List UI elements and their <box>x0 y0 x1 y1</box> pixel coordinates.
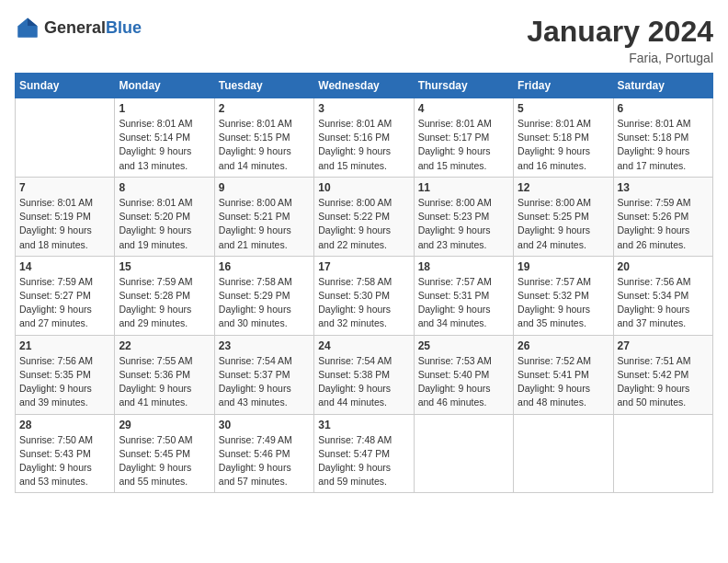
calendar-cell: 31Sunrise: 7:48 AMSunset: 5:47 PMDayligh… <box>314 414 414 493</box>
day-info: Sunrise: 8:00 AMSunset: 5:25 PMDaylight:… <box>518 196 609 252</box>
calendar-cell: 5Sunrise: 8:01 AMSunset: 5:18 PMDaylight… <box>514 98 613 178</box>
calendar-cell: 26Sunrise: 7:52 AMSunset: 5:41 PMDayligh… <box>514 335 613 414</box>
day-info: Sunrise: 7:54 AMSunset: 5:37 PMDaylight:… <box>219 354 310 410</box>
calendar-cell: 14Sunrise: 7:59 AMSunset: 5:27 PMDayligh… <box>16 256 115 335</box>
day-number: 13 <box>618 181 709 194</box>
day-number: 9 <box>219 181 310 194</box>
day-info: Sunrise: 7:56 AMSunset: 5:34 PMDaylight:… <box>618 275 709 331</box>
day-info: Sunrise: 8:01 AMSunset: 5:18 PMDaylight:… <box>518 117 609 173</box>
day-number: 24 <box>318 339 409 352</box>
day-number: 17 <box>318 260 409 273</box>
day-info: Sunrise: 8:01 AMSunset: 5:20 PMDaylight:… <box>119 196 210 252</box>
calendar-cell: 28Sunrise: 7:50 AMSunset: 5:43 PMDayligh… <box>16 414 115 493</box>
day-number: 27 <box>618 339 709 352</box>
calendar-cell: 25Sunrise: 7:53 AMSunset: 5:40 PMDayligh… <box>414 335 513 414</box>
day-info: Sunrise: 7:53 AMSunset: 5:40 PMDaylight:… <box>418 354 509 410</box>
calendar-cell: 9Sunrise: 8:00 AMSunset: 5:21 PMDaylight… <box>214 177 313 256</box>
day-info: Sunrise: 8:01 AMSunset: 5:14 PMDaylight:… <box>119 117 210 173</box>
day-number: 16 <box>219 260 310 273</box>
calendar-cell: 7Sunrise: 8:01 AMSunset: 5:19 PMDaylight… <box>16 177 115 256</box>
day-info: Sunrise: 8:00 AMSunset: 5:22 PMDaylight:… <box>318 196 409 252</box>
day-number: 23 <box>219 339 310 352</box>
day-number: 19 <box>518 260 609 273</box>
day-info: Sunrise: 8:00 AMSunset: 5:21 PMDaylight:… <box>219 196 310 252</box>
day-number: 22 <box>119 339 210 352</box>
calendar-cell: 12Sunrise: 8:00 AMSunset: 5:25 PMDayligh… <box>514 177 613 256</box>
calendar-cell: 24Sunrise: 7:54 AMSunset: 5:38 PMDayligh… <box>314 335 414 414</box>
day-header-sunday: Sunday <box>16 74 115 98</box>
logo-blue-text: Blue <box>106 18 142 37</box>
day-info: Sunrise: 8:00 AMSunset: 5:23 PMDaylight:… <box>418 196 509 252</box>
calendar-cell <box>514 414 613 493</box>
day-number: 1 <box>119 102 210 115</box>
calendar-cell: 21Sunrise: 7:56 AMSunset: 5:35 PMDayligh… <box>16 335 115 414</box>
day-number: 29 <box>119 419 210 431</box>
day-number: 26 <box>518 339 609 352</box>
day-info: Sunrise: 8:01 AMSunset: 5:17 PMDaylight:… <box>418 117 509 173</box>
day-info: Sunrise: 8:01 AMSunset: 5:18 PMDaylight:… <box>618 117 709 173</box>
day-info: Sunrise: 7:48 AMSunset: 5:47 PMDaylight:… <box>318 433 409 489</box>
location-text: Faria, Portugal <box>527 51 713 65</box>
day-info: Sunrise: 8:01 AMSunset: 5:16 PMDaylight:… <box>318 117 409 173</box>
calendar-cell: 3Sunrise: 8:01 AMSunset: 5:16 PMDaylight… <box>314 98 414 178</box>
day-number: 5 <box>518 102 609 115</box>
day-number: 15 <box>119 260 210 273</box>
logo: GeneralBlue <box>15 15 142 40</box>
calendar-cell: 16Sunrise: 7:58 AMSunset: 5:29 PMDayligh… <box>214 256 313 335</box>
month-title: January 2024 <box>527 15 713 49</box>
day-number: 12 <box>518 181 609 194</box>
day-header-wednesday: Wednesday <box>314 74 414 98</box>
day-number: 14 <box>19 260 110 273</box>
title-area: January 2024 Faria, Portugal <box>527 15 713 65</box>
day-info: Sunrise: 7:57 AMSunset: 5:32 PMDaylight:… <box>518 275 609 331</box>
day-info: Sunrise: 7:49 AMSunset: 5:46 PMDaylight:… <box>219 433 310 489</box>
day-number: 28 <box>19 419 110 431</box>
calendar-cell <box>414 414 513 493</box>
calendar-week-5: 28Sunrise: 7:50 AMSunset: 5:43 PMDayligh… <box>16 414 713 493</box>
day-info: Sunrise: 7:55 AMSunset: 5:36 PMDaylight:… <box>119 354 210 410</box>
day-number: 25 <box>418 339 509 352</box>
calendar-week-3: 14Sunrise: 7:59 AMSunset: 5:27 PMDayligh… <box>16 256 713 335</box>
calendar-cell: 1Sunrise: 8:01 AMSunset: 5:14 PMDaylight… <box>115 98 214 178</box>
day-info: Sunrise: 8:01 AMSunset: 5:15 PMDaylight:… <box>219 117 310 173</box>
day-header-saturday: Saturday <box>613 74 712 98</box>
calendar-cell: 18Sunrise: 7:57 AMSunset: 5:31 PMDayligh… <box>414 256 513 335</box>
day-info: Sunrise: 8:01 AMSunset: 5:19 PMDaylight:… <box>19 196 110 252</box>
day-number: 21 <box>19 339 110 352</box>
calendar-cell: 6Sunrise: 8:01 AMSunset: 5:18 PMDaylight… <box>613 98 712 178</box>
day-number: 10 <box>318 181 409 194</box>
calendar-cell: 19Sunrise: 7:57 AMSunset: 5:32 PMDayligh… <box>514 256 613 335</box>
calendar-week-2: 7Sunrise: 8:01 AMSunset: 5:19 PMDaylight… <box>16 177 713 256</box>
day-number: 11 <box>418 181 509 194</box>
day-header-tuesday: Tuesday <box>214 74 313 98</box>
logo-general-text: General <box>44 18 106 37</box>
days-header-row: SundayMondayTuesdayWednesdayThursdayFrid… <box>16 74 713 98</box>
day-number: 7 <box>19 181 110 194</box>
calendar-table: SundayMondayTuesdayWednesdayThursdayFrid… <box>15 73 713 493</box>
day-info: Sunrise: 7:52 AMSunset: 5:41 PMDaylight:… <box>518 354 609 410</box>
day-number: 2 <box>219 102 310 115</box>
day-info: Sunrise: 7:50 AMSunset: 5:45 PMDaylight:… <box>119 433 210 489</box>
calendar-cell: 4Sunrise: 8:01 AMSunset: 5:17 PMDaylight… <box>414 98 513 178</box>
day-info: Sunrise: 7:59 AMSunset: 5:28 PMDaylight:… <box>119 275 210 331</box>
calendar-cell: 30Sunrise: 7:49 AMSunset: 5:46 PMDayligh… <box>214 414 313 493</box>
calendar-cell: 15Sunrise: 7:59 AMSunset: 5:28 PMDayligh… <box>115 256 214 335</box>
day-info: Sunrise: 7:59 AMSunset: 5:26 PMDaylight:… <box>618 196 709 252</box>
svg-marker-1 <box>28 18 38 27</box>
day-info: Sunrise: 7:54 AMSunset: 5:38 PMDaylight:… <box>318 354 409 410</box>
day-number: 6 <box>618 102 709 115</box>
day-info: Sunrise: 7:50 AMSunset: 5:43 PMDaylight:… <box>19 433 110 489</box>
calendar-cell: 29Sunrise: 7:50 AMSunset: 5:45 PMDayligh… <box>115 414 214 493</box>
calendar-cell: 22Sunrise: 7:55 AMSunset: 5:36 PMDayligh… <box>115 335 214 414</box>
calendar-cell <box>16 98 115 178</box>
calendar-cell: 2Sunrise: 8:01 AMSunset: 5:15 PMDaylight… <box>214 98 313 178</box>
day-header-friday: Friday <box>514 74 613 98</box>
svg-rect-2 <box>18 26 38 37</box>
page-header: GeneralBlue January 2024 Faria, Portugal <box>15 15 713 65</box>
calendar-cell: 17Sunrise: 7:58 AMSunset: 5:30 PMDayligh… <box>314 256 414 335</box>
calendar-cell: 11Sunrise: 8:00 AMSunset: 5:23 PMDayligh… <box>414 177 513 256</box>
logo-icon <box>15 15 40 40</box>
day-info: Sunrise: 7:59 AMSunset: 5:27 PMDaylight:… <box>19 275 110 331</box>
day-header-monday: Monday <box>115 74 214 98</box>
day-info: Sunrise: 7:58 AMSunset: 5:29 PMDaylight:… <box>219 275 310 331</box>
